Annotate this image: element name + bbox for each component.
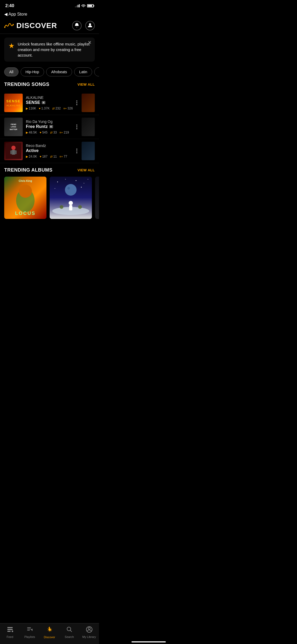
song-info: ALKALINE SENSE E ▶116K ♥1.37K ⇄232 ≡+3 bbox=[26, 95, 72, 110]
genre-pill-latin[interactable]: Latin bbox=[74, 67, 92, 76]
trending-albums-header: TRENDING ALBUMS VIEW ALL bbox=[0, 166, 99, 177]
svg-rect-26 bbox=[69, 205, 72, 210]
repost-count: ⇄11 bbox=[50, 155, 57, 158]
page-title: DISCOVER bbox=[16, 21, 57, 30]
like-count: ♥187 bbox=[40, 155, 48, 158]
trending-albums-title: TRENDING ALBUMS bbox=[4, 167, 53, 173]
header-actions bbox=[72, 21, 95, 30]
genre-pill-hiphop[interactable]: Hip-Hop bbox=[21, 67, 44, 76]
album-card[interactable]: LOCUS Chris King bbox=[4, 177, 46, 219]
song-item[interactable]: SENSE ALKALINE ALKALINE SENSE E ▶116K ♥1… bbox=[0, 91, 99, 115]
svg-text:LOCUS: LOCUS bbox=[15, 211, 36, 216]
genre-pill-reggae[interactable]: Reggae bbox=[94, 67, 99, 76]
dot bbox=[76, 150, 77, 151]
song-list: SENSE ALKALINE ALKALINE SENSE E ▶116K ♥1… bbox=[0, 91, 99, 163]
genre-pill-afrobeats[interactable]: Afrobeats bbox=[46, 67, 72, 76]
play-icon: ▶ bbox=[26, 155, 28, 158]
song-item[interactable]: FIENDLIVESMATTER Rio Da Yung Og Free Run… bbox=[0, 115, 99, 139]
song-thumbnail-preview bbox=[82, 142, 95, 160]
logo-icon bbox=[4, 22, 14, 29]
song-stats: ▶48.5K ♥545 ⇄33 ≡+219 bbox=[26, 131, 72, 134]
battery-icon bbox=[87, 4, 94, 7]
dot bbox=[76, 149, 77, 150]
song-thumbnail-preview bbox=[82, 94, 95, 112]
explicit-badge: E bbox=[42, 101, 45, 104]
profile-icon bbox=[88, 23, 92, 29]
like-count: ♥545 bbox=[40, 131, 48, 134]
svg-rect-7 bbox=[15, 150, 17, 154]
more-options-button[interactable] bbox=[75, 148, 78, 154]
svg-point-25 bbox=[69, 201, 73, 205]
signal-icon bbox=[75, 4, 80, 7]
dot bbox=[76, 126, 77, 127]
svg-point-10 bbox=[19, 185, 32, 198]
wifi-icon bbox=[81, 4, 86, 8]
song-thumbnail: FIENDLIVESMATTER bbox=[4, 118, 23, 136]
song-artist: Rio Da Yung Og bbox=[26, 119, 72, 124]
add-count: ≡+326 bbox=[63, 107, 73, 110]
song-artist: ALKALINE bbox=[26, 95, 72, 100]
bell-icon bbox=[74, 23, 79, 29]
svg-text:Chris King: Chris King bbox=[19, 180, 32, 182]
trending-albums-section: TRENDING ALBUMS VIEW ALL bbox=[0, 163, 99, 223]
banner-close-button[interactable]: ✕ bbox=[88, 40, 92, 45]
svg-point-21 bbox=[81, 187, 82, 188]
status-icons bbox=[75, 4, 94, 8]
svg-point-14 bbox=[57, 182, 58, 182]
status-time: 2:40 bbox=[5, 3, 14, 8]
back-navigation[interactable]: ◀ App Store bbox=[0, 11, 99, 19]
album-card[interactable] bbox=[95, 177, 99, 219]
song-thumbnail bbox=[4, 142, 23, 160]
album-art-2 bbox=[50, 177, 92, 219]
trending-songs-view-all[interactable]: VIEW ALL bbox=[77, 82, 95, 86]
more-options-button[interactable] bbox=[75, 123, 78, 130]
album-grid: LOCUS Chris King bbox=[0, 177, 99, 223]
genre-filter: All Hip-Hop Afrobeats Latin Reggae bbox=[0, 65, 99, 80]
song-item[interactable]: Reco Bandz Active ▶24.0K ♥187 ⇄11 ≡+77 bbox=[0, 139, 99, 163]
genre-pill-all[interactable]: All bbox=[4, 67, 18, 76]
play-count: ▶48.5K bbox=[26, 131, 37, 134]
song-stats: ▶24.0K ♥187 ⇄11 ≡+77 bbox=[26, 155, 72, 158]
dot bbox=[76, 125, 77, 126]
dot bbox=[76, 102, 77, 103]
add-count: ≡+219 bbox=[59, 131, 69, 134]
trending-albums-view-all[interactable]: VIEW ALL bbox=[77, 168, 95, 172]
banner-text: Unlock features like offline music, play… bbox=[18, 41, 91, 58]
notification-button[interactable] bbox=[72, 21, 82, 30]
play-icon: ▶ bbox=[26, 107, 28, 110]
page-header: DISCOVER bbox=[0, 19, 99, 34]
more-options-button[interactable] bbox=[75, 99, 78, 106]
dot bbox=[76, 104, 77, 105]
svg-rect-6 bbox=[10, 150, 12, 154]
play-count: ▶24.0K bbox=[26, 155, 37, 158]
header-left: DISCOVER bbox=[4, 21, 57, 30]
svg-point-18 bbox=[88, 179, 88, 180]
play-icon: ▶ bbox=[26, 131, 28, 134]
repost-icon: ⇄ bbox=[50, 131, 53, 134]
song-art-alkaline: SENSE ALKALINE bbox=[4, 94, 23, 112]
trending-songs-title: TRENDING SONGS bbox=[4, 82, 49, 87]
heart-icon: ♥ bbox=[40, 155, 41, 158]
album-art-1: LOCUS Chris King bbox=[4, 177, 46, 219]
profile-button[interactable] bbox=[85, 21, 95, 30]
back-label: App Store bbox=[8, 12, 27, 17]
repost-count: ⇄232 bbox=[52, 107, 61, 110]
add-icon: ≡+ bbox=[63, 107, 67, 110]
promo-banner: ★ Unlock features like offline music, pl… bbox=[4, 38, 95, 62]
song-art-rio: FIENDLIVESMATTER bbox=[4, 118, 23, 136]
heart-icon: ♥ bbox=[39, 107, 41, 110]
back-arrow-icon: ◀ bbox=[4, 12, 7, 17]
song-thumbnail: SENSE ALKALINE bbox=[4, 94, 23, 112]
svg-point-2 bbox=[89, 23, 91, 25]
song-info: Rio Da Yung Og Free Runtz E ▶48.5K ♥545 … bbox=[26, 119, 72, 134]
svg-point-17 bbox=[84, 183, 84, 183]
dot bbox=[76, 100, 77, 102]
song-title: Active bbox=[26, 148, 72, 153]
trending-songs-header: TRENDING SONGS VIEW ALL bbox=[0, 80, 99, 91]
song-title: Free Runtz E bbox=[26, 124, 72, 129]
album-card[interactable] bbox=[50, 177, 92, 219]
heart-icon: ♥ bbox=[40, 131, 41, 134]
repost-count: ⇄33 bbox=[50, 131, 57, 134]
svg-point-19 bbox=[55, 188, 55, 189]
song-thumbnail-preview bbox=[82, 118, 95, 136]
